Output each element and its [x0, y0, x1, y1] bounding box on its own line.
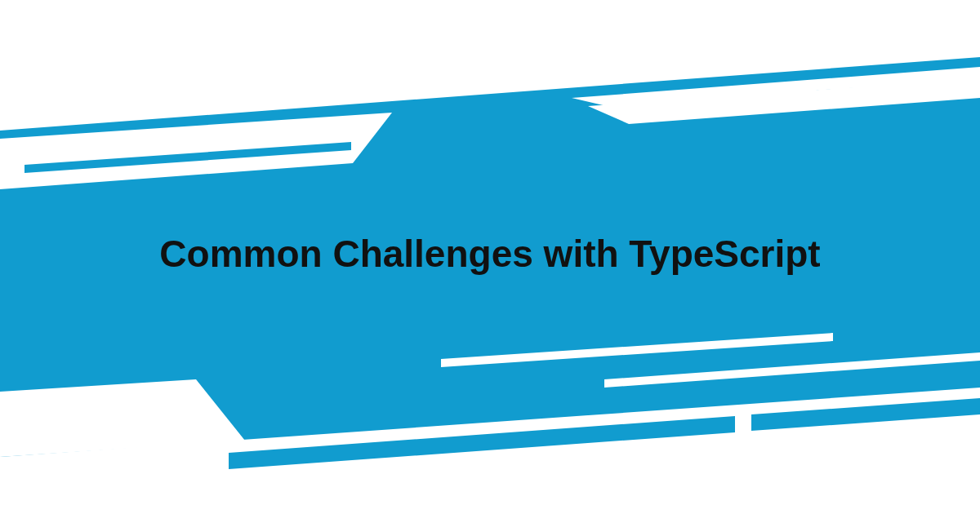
- svg-marker-12: [751, 398, 980, 431]
- page-title: Common Challenges with TypeScript: [122, 231, 858, 278]
